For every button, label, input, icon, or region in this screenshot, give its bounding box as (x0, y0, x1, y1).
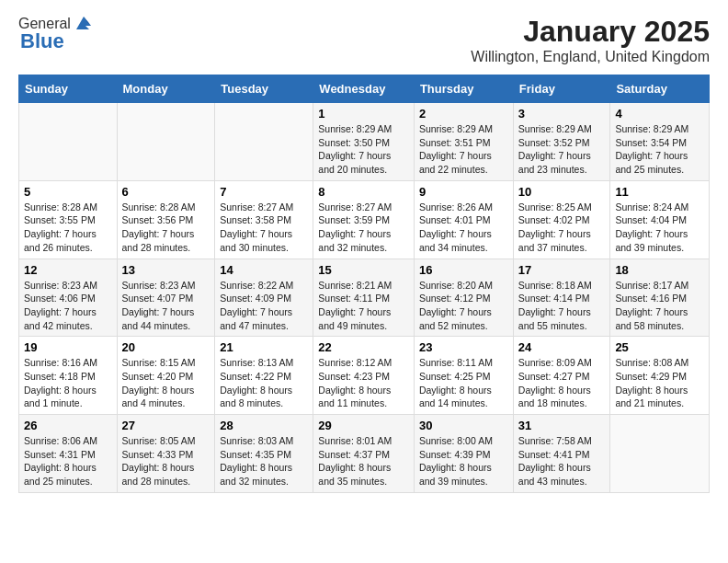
cell-content: Sunrise: 8:28 AM Sunset: 3:56 PM Dayligh… (122, 201, 210, 255)
cell-content: Sunrise: 8:03 AM Sunset: 4:35 PM Dayligh… (220, 434, 308, 488)
calendar-cell: 12Sunrise: 8:23 AM Sunset: 4:06 PM Dayli… (19, 259, 118, 337)
logo-blue: Blue (20, 29, 64, 53)
cell-content: Sunrise: 8:01 AM Sunset: 4:37 PM Dayligh… (318, 434, 409, 488)
page-title: January 2025 (471, 15, 710, 49)
day-number: 31 (518, 419, 606, 432)
calendar-cell: 29Sunrise: 8:01 AM Sunset: 4:37 PM Dayli… (313, 415, 415, 493)
day-number: 12 (24, 263, 112, 277)
day-number: 16 (419, 263, 508, 277)
day-number: 27 (122, 419, 210, 432)
cell-content: Sunrise: 8:22 AM Sunset: 4:09 PM Dayligh… (220, 279, 308, 333)
day-number: 2 (419, 107, 508, 121)
cell-content: Sunrise: 8:13 AM Sunset: 4:22 PM Dayligh… (220, 356, 308, 410)
day-number: 21 (220, 340, 308, 354)
calendar-cell (215, 103, 313, 181)
calendar-cell: 27Sunrise: 8:05 AM Sunset: 4:33 PM Dayli… (117, 415, 215, 493)
calendar-cell: 24Sunrise: 8:09 AM Sunset: 4:27 PM Dayli… (513, 337, 610, 415)
day-number: 19 (24, 340, 112, 354)
cell-content: Sunrise: 8:09 AM Sunset: 4:27 PM Dayligh… (518, 356, 606, 410)
cell-content: Sunrise: 8:05 AM Sunset: 4:33 PM Dayligh… (122, 434, 210, 488)
day-number: 14 (220, 263, 308, 277)
calendar-cell: 28Sunrise: 8:03 AM Sunset: 4:35 PM Dayli… (215, 415, 313, 493)
header-day: Friday (513, 75, 610, 103)
day-number: 11 (615, 185, 704, 199)
cell-content: Sunrise: 8:21 AM Sunset: 4:11 PM Dayligh… (318, 279, 409, 333)
day-number: 8 (318, 185, 409, 199)
cell-content: Sunrise: 8:29 AM Sunset: 3:52 PM Dayligh… (518, 122, 606, 177)
calendar-cell: 11Sunrise: 8:24 AM Sunset: 4:04 PM Dayli… (610, 180, 710, 259)
cell-content: Sunrise: 8:23 AM Sunset: 4:07 PM Dayligh… (122, 279, 210, 333)
calendar-cell: 2Sunrise: 8:29 AM Sunset: 3:51 PM Daylig… (414, 103, 513, 181)
day-number: 26 (24, 419, 112, 432)
cell-content: Sunrise: 8:27 AM Sunset: 3:58 PM Dayligh… (220, 201, 308, 255)
calendar-week-row: 19Sunrise: 8:16 AM Sunset: 4:18 PM Dayli… (19, 337, 710, 415)
calendar-cell: 1Sunrise: 8:29 AM Sunset: 3:50 PM Daylig… (313, 103, 415, 181)
day-number: 9 (419, 185, 508, 199)
calendar-cell: 26Sunrise: 8:06 AM Sunset: 4:31 PM Dayli… (19, 415, 118, 493)
calendar-week-row: 1Sunrise: 8:29 AM Sunset: 3:50 PM Daylig… (19, 103, 710, 181)
page-header: General Blue January 2025 Willington, En… (18, 15, 710, 65)
calendar-cell: 17Sunrise: 8:18 AM Sunset: 4:14 PM Dayli… (513, 259, 610, 337)
day-number: 30 (419, 419, 508, 432)
day-number: 7 (220, 185, 308, 199)
day-number: 23 (419, 340, 508, 354)
header-day: Wednesday (313, 75, 415, 103)
cell-content: Sunrise: 8:29 AM Sunset: 3:54 PM Dayligh… (615, 122, 704, 177)
calendar-cell: 4Sunrise: 8:29 AM Sunset: 3:54 PM Daylig… (610, 103, 710, 181)
header-day: Thursday (414, 75, 513, 103)
calendar-cell: 31Sunrise: 7:58 AM Sunset: 4:41 PM Dayli… (513, 415, 610, 493)
day-number: 6 (122, 185, 210, 199)
day-number: 17 (518, 263, 606, 277)
calendar-cell: 13Sunrise: 8:23 AM Sunset: 4:07 PM Dayli… (117, 259, 215, 337)
cell-content: Sunrise: 8:16 AM Sunset: 4:18 PM Dayligh… (24, 356, 112, 410)
day-number: 10 (518, 185, 606, 199)
day-number: 3 (518, 107, 606, 121)
header-day: Saturday (610, 75, 710, 103)
day-number: 1 (318, 107, 409, 121)
calendar-cell: 14Sunrise: 8:22 AM Sunset: 4:09 PM Dayli… (215, 259, 313, 337)
calendar-header-row: SundayMondayTuesdayWednesdayThursdayFrid… (19, 75, 710, 103)
cell-content: Sunrise: 7:58 AM Sunset: 4:41 PM Dayligh… (518, 434, 606, 488)
cell-content: Sunrise: 8:25 AM Sunset: 4:02 PM Dayligh… (518, 201, 606, 255)
cell-content: Sunrise: 8:00 AM Sunset: 4:39 PM Dayligh… (419, 434, 508, 488)
logo-icon (73, 13, 93, 33)
calendar-cell (610, 415, 710, 493)
calendar-cell: 16Sunrise: 8:20 AM Sunset: 4:12 PM Dayli… (414, 259, 513, 337)
cell-content: Sunrise: 8:27 AM Sunset: 3:59 PM Dayligh… (318, 201, 409, 255)
cell-content: Sunrise: 8:11 AM Sunset: 4:25 PM Dayligh… (419, 356, 508, 410)
calendar-table: SundayMondayTuesdayWednesdayThursdayFrid… (18, 75, 710, 493)
cell-content: Sunrise: 8:17 AM Sunset: 4:16 PM Dayligh… (615, 279, 704, 333)
calendar-cell: 15Sunrise: 8:21 AM Sunset: 4:11 PM Dayli… (313, 259, 415, 337)
calendar-week-row: 5Sunrise: 8:28 AM Sunset: 3:55 PM Daylig… (19, 180, 710, 259)
header-day: Tuesday (215, 75, 313, 103)
cell-content: Sunrise: 8:26 AM Sunset: 4:01 PM Dayligh… (419, 201, 508, 255)
day-number: 4 (615, 107, 704, 121)
calendar-cell: 20Sunrise: 8:15 AM Sunset: 4:20 PM Dayli… (117, 337, 215, 415)
cell-content: Sunrise: 8:12 AM Sunset: 4:23 PM Dayligh… (318, 356, 409, 410)
calendar-cell: 19Sunrise: 8:16 AM Sunset: 4:18 PM Dayli… (19, 337, 118, 415)
title-block: January 2025 Willington, England, United… (471, 15, 710, 65)
cell-content: Sunrise: 8:24 AM Sunset: 4:04 PM Dayligh… (615, 201, 704, 255)
calendar-cell: 9Sunrise: 8:26 AM Sunset: 4:01 PM Daylig… (414, 180, 513, 259)
page-subtitle: Willington, England, United Kingdom (471, 49, 710, 65)
calendar-cell: 10Sunrise: 8:25 AM Sunset: 4:02 PM Dayli… (513, 180, 610, 259)
day-number: 25 (615, 340, 704, 354)
calendar-cell: 3Sunrise: 8:29 AM Sunset: 3:52 PM Daylig… (513, 103, 610, 181)
calendar-week-row: 12Sunrise: 8:23 AM Sunset: 4:06 PM Dayli… (19, 259, 710, 337)
logo: General Blue (18, 15, 93, 53)
calendar-week-row: 26Sunrise: 8:06 AM Sunset: 4:31 PM Dayli… (19, 415, 710, 493)
cell-content: Sunrise: 8:08 AM Sunset: 4:29 PM Dayligh… (615, 356, 704, 410)
calendar-cell: 5Sunrise: 8:28 AM Sunset: 3:55 PM Daylig… (19, 180, 118, 259)
calendar-cell: 30Sunrise: 8:00 AM Sunset: 4:39 PM Dayli… (414, 415, 513, 493)
day-number: 18 (615, 263, 704, 277)
cell-content: Sunrise: 8:29 AM Sunset: 3:51 PM Dayligh… (419, 122, 508, 177)
day-number: 13 (122, 263, 210, 277)
cell-content: Sunrise: 8:29 AM Sunset: 3:50 PM Dayligh… (318, 122, 409, 177)
calendar-cell: 22Sunrise: 8:12 AM Sunset: 4:23 PM Dayli… (313, 337, 415, 415)
day-number: 5 (24, 185, 112, 199)
cell-content: Sunrise: 8:23 AM Sunset: 4:06 PM Dayligh… (24, 279, 112, 333)
calendar-cell: 21Sunrise: 8:13 AM Sunset: 4:22 PM Dayli… (215, 337, 313, 415)
calendar-cell: 7Sunrise: 8:27 AM Sunset: 3:58 PM Daylig… (215, 180, 313, 259)
calendar-cell: 18Sunrise: 8:17 AM Sunset: 4:16 PM Dayli… (610, 259, 710, 337)
cell-content: Sunrise: 8:18 AM Sunset: 4:14 PM Dayligh… (518, 279, 606, 333)
